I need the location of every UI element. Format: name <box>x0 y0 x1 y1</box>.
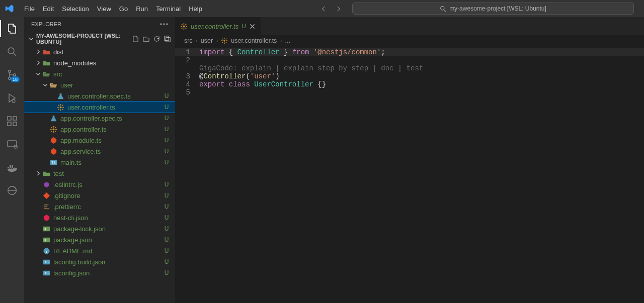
gear-icon <box>180 23 188 30</box>
tree-item[interactable]: .prettierrcU <box>24 201 175 212</box>
tree-item[interactable]: TStsconfig.jsonU <box>24 267 175 278</box>
menu-edit[interactable]: Edit <box>39 3 58 15</box>
info-icon: i <box>42 247 50 255</box>
tree-item[interactable]: package-lock.jsonU <box>24 223 175 234</box>
refresh-icon[interactable] <box>153 35 160 43</box>
activity-bar: 18 <box>0 17 24 303</box>
project-header[interactable]: MY-AWESOME-PROJECT [WSL: UBUNTU] <box>24 31 175 46</box>
close-icon[interactable] <box>249 23 256 30</box>
svg-rect-25 <box>43 226 49 231</box>
svg-rect-8 <box>13 122 17 126</box>
tree-item[interactable]: user <box>24 79 175 90</box>
git-status: U <box>163 115 170 122</box>
tree-item[interactable]: src <box>24 68 175 79</box>
tree-item[interactable]: TSmain.tsU <box>24 157 175 168</box>
tree-item-label: tsconfig.build.json <box>53 258 163 266</box>
tree-item[interactable]: nest-cli.jsonU <box>24 212 175 223</box>
collapse-all-icon[interactable] <box>164 35 171 43</box>
nav-back-icon[interactable] <box>320 5 328 13</box>
tree-item[interactable]: .gitignoreU <box>24 190 175 201</box>
tree-item[interactable]: test <box>24 168 175 179</box>
svg-rect-6 <box>8 117 11 120</box>
search-activity-icon[interactable] <box>6 45 19 58</box>
svg-rect-10 <box>8 141 17 147</box>
git-status: U <box>163 247 170 254</box>
chevron-right-icon[interactable] <box>34 49 42 55</box>
npm-icon <box>42 236 50 244</box>
git-status: U <box>163 181 170 188</box>
breadcrumb-part[interactable]: src <box>184 37 193 44</box>
svg-point-19 <box>52 128 54 130</box>
menu-run[interactable]: Run <box>132 3 152 15</box>
tree-item[interactable]: dist <box>24 46 175 57</box>
tree-item[interactable]: app.module.tsU <box>24 135 175 146</box>
chevron-right-icon[interactable] <box>34 170 42 176</box>
inline-hint[interactable]: GigaCode: explain | explain step by step… <box>199 64 644 72</box>
new-folder-icon[interactable] <box>142 35 150 43</box>
chevron-down-icon[interactable] <box>41 82 49 88</box>
extensions-activity-icon[interactable] <box>6 115 19 128</box>
git-status: U <box>163 92 170 99</box>
svg-point-18 <box>59 106 61 108</box>
new-file-icon[interactable] <box>132 35 139 43</box>
git-status: U <box>163 159 170 166</box>
nav-forward-icon[interactable] <box>335 5 342 13</box>
menu-view[interactable]: View <box>93 3 115 15</box>
chevron-right-icon[interactable] <box>34 60 42 66</box>
explorer-activity-icon[interactable] <box>6 22 19 35</box>
svg-point-2 <box>9 70 11 72</box>
breadcrumb[interactable]: src › user › user.controller.ts › ... <box>175 35 644 46</box>
tree-item[interactable]: user.controller.tsU <box>24 102 175 113</box>
svg-point-0 <box>441 6 444 10</box>
svg-rect-22 <box>43 204 48 205</box>
breadcrumb-part[interactable]: user <box>201 37 213 44</box>
tree-item-label: tsconfig.json <box>53 269 163 277</box>
menu-selection[interactable]: Selection <box>58 3 93 15</box>
tab-user-controller[interactable]: user.controller.ts U <box>175 17 261 35</box>
code-editor[interactable]: 1import { Controller } from '@nestjs/com… <box>175 46 644 98</box>
tree-item[interactable]: app.controller.tsU <box>24 124 175 135</box>
menu-file[interactable]: File <box>20 3 39 15</box>
nest-icon <box>49 136 57 144</box>
scm-activity-icon[interactable]: 18 <box>6 68 19 81</box>
git-status: U <box>163 104 170 111</box>
git-status: U <box>163 192 170 199</box>
svg-point-15 <box>167 24 168 25</box>
tree-item-label: node_modules <box>53 59 163 67</box>
folder-icon <box>42 169 50 177</box>
tree-item[interactable]: .eslintrc.jsU <box>24 179 175 190</box>
tree-item-label: dist <box>53 48 163 56</box>
svg-point-14 <box>164 24 165 25</box>
chevron-down-icon[interactable] <box>34 71 42 77</box>
tree-item[interactable]: user.controller.spec.tsU <box>24 90 175 102</box>
tree-item[interactable]: app.service.tsU <box>24 146 175 157</box>
tree-item[interactable]: package.jsonU <box>24 234 175 245</box>
sidebar-more-icon[interactable] <box>160 23 168 25</box>
menu-help[interactable]: Help <box>185 3 206 15</box>
svg-rect-27 <box>43 237 49 242</box>
tree-item-label: app.controller.spec.ts <box>60 115 163 122</box>
remote-activity-icon[interactable] <box>6 138 19 151</box>
gigacode-activity-icon[interactable] <box>6 184 19 197</box>
breadcrumb-part[interactable]: user.controller.ts <box>231 37 277 44</box>
folder-icon <box>42 48 50 56</box>
breadcrumb-part[interactable]: ... <box>285 37 290 44</box>
run-debug-activity-icon[interactable] <box>6 91 19 105</box>
search-text: my-awesome-project [WSL: Ubuntu] <box>449 5 546 12</box>
tree-item-label: user.controller.spec.ts <box>67 92 163 100</box>
tree-item[interactable]: app.controller.spec.tsU <box>24 113 175 124</box>
tree-item-label: user.controller.ts <box>67 104 163 111</box>
menu-go[interactable]: Go <box>115 3 132 15</box>
tree-item-label: .gitignore <box>53 192 163 199</box>
command-center-search[interactable]: my-awesome-project [WSL: Ubuntu] <box>352 3 634 15</box>
tree-item[interactable]: node_modules <box>24 57 175 68</box>
editor-area: user.controller.ts U src › user › user.c… <box>175 17 644 303</box>
svg-rect-9 <box>13 117 17 120</box>
tree-item[interactable]: TStsconfig.build.jsonU <box>24 256 175 267</box>
docker-activity-icon[interactable] <box>6 161 19 174</box>
menu-terminal[interactable]: Terminal <box>152 3 185 15</box>
tree-item-label: app.controller.ts <box>60 126 163 133</box>
tree-item[interactable]: iREADME.mdU <box>24 245 175 256</box>
svg-text:TS: TS <box>44 260 49 264</box>
scm-badge: 18 <box>11 76 20 82</box>
